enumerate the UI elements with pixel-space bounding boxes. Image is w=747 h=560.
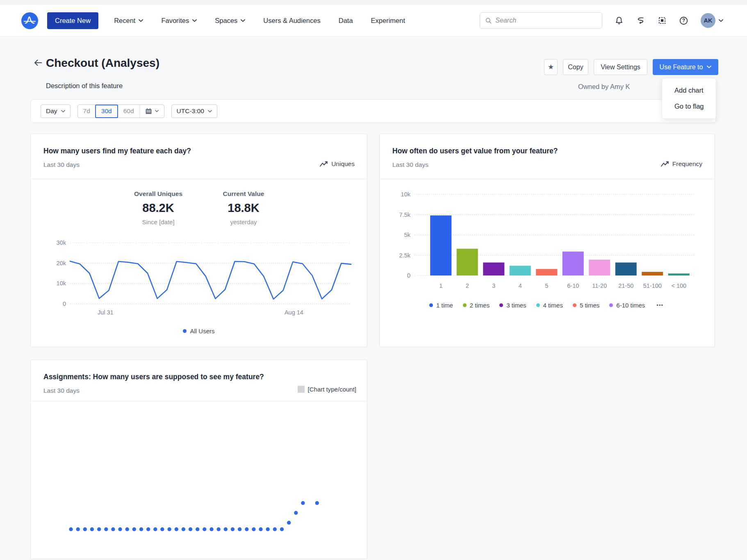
- legend-label: All Users: [190, 328, 214, 335]
- top-nav: Create New Recent Favorites Spaces Users…: [0, 5, 747, 36]
- legend-item[interactable]: 4 times: [536, 302, 563, 309]
- journey-path-icon: [636, 16, 645, 25]
- legend-dot: [429, 303, 433, 307]
- uniques-card: How many users find my feature each day?…: [30, 134, 367, 347]
- legend-item[interactable]: 2 times: [463, 302, 490, 309]
- legend-label: 2 times: [470, 302, 490, 309]
- search-box: [480, 12, 602, 29]
- nav-item-label: Users & Audiences: [263, 17, 320, 25]
- feature-description: Description of this feature: [46, 82, 123, 90]
- favorite-star-button[interactable]: ★: [544, 59, 558, 75]
- legend-label: 4 times: [543, 302, 563, 309]
- create-new-button[interactable]: Create New: [47, 12, 98, 29]
- back-button[interactable]: [33, 59, 43, 68]
- svg-text:Aug 14: Aug 14: [285, 309, 303, 316]
- journeys-button[interactable]: [636, 16, 645, 25]
- svg-text:1: 1: [439, 282, 442, 289]
- granularity-value: Day: [46, 107, 57, 115]
- legend-item[interactable]: 3 times: [499, 302, 526, 309]
- nav-item-label: Spaces: [215, 17, 237, 25]
- select-region-button[interactable]: [658, 16, 667, 25]
- amplitude-logo-icon: [21, 12, 38, 29]
- svg-text:10k: 10k: [401, 191, 411, 198]
- menu-item-add-chart[interactable]: Add chart: [662, 82, 716, 98]
- range-30d-selected[interactable]: 30d: [95, 105, 118, 118]
- svg-text:6-10: 6-10: [567, 282, 579, 289]
- svg-text:10k: 10k: [57, 280, 66, 287]
- chevron-down-icon: [192, 19, 197, 22]
- svg-text:< 100: < 100: [671, 282, 686, 289]
- svg-text:?: ?: [682, 18, 685, 23]
- nav-item-experiment[interactable]: Experiment: [371, 17, 405, 25]
- svg-text:51-100: 51-100: [643, 282, 662, 289]
- chevron-down-icon: [61, 110, 65, 113]
- svg-text:30k: 30k: [57, 239, 66, 246]
- dashed-square-icon: [658, 16, 667, 25]
- legend-dot: [183, 329, 187, 333]
- nav-item-data[interactable]: Data: [339, 17, 353, 25]
- legend-label: 5 times: [580, 302, 599, 309]
- legend-item-all-users[interactable]: All Users: [183, 328, 214, 335]
- filter-bar: Day 7d 30d 60d UTC-3:00: [30, 99, 716, 123]
- granularity-select[interactable]: Day: [41, 105, 71, 118]
- search-input[interactable]: [495, 17, 597, 24]
- range-60d[interactable]: 60d: [118, 105, 139, 118]
- nav-item-users-audiences[interactable]: Users & Audiences: [263, 17, 320, 25]
- nav-item-label: Data: [339, 17, 353, 25]
- legend-overflow-button[interactable]: •••: [655, 302, 665, 308]
- frequency-card: How often do users get value from your f…: [379, 134, 715, 347]
- header-actions: ★ Copy View Settings Use Feature to: [544, 59, 718, 75]
- chevron-down-icon: [241, 19, 245, 22]
- legend-dot: [573, 303, 576, 307]
- help-button[interactable]: ?: [679, 16, 688, 25]
- chevron-down-icon: [707, 66, 711, 68]
- svg-text:5: 5: [545, 282, 548, 289]
- assignments-scatter-chart: [31, 360, 368, 560]
- use-feature-to-label: Use Feature to: [660, 64, 703, 71]
- nav-item-label: Recent: [114, 17, 135, 25]
- legend-item[interactable]: 1 time: [429, 302, 453, 309]
- svg-text:7.5k: 7.5k: [399, 212, 411, 218]
- use-feature-to-button[interactable]: Use Feature to: [653, 59, 718, 75]
- help-icon: ?: [679, 16, 688, 25]
- svg-text:3: 3: [492, 282, 495, 289]
- menu-item-go-to-flag[interactable]: Go to flag: [662, 98, 716, 114]
- chevron-down-icon: [208, 110, 212, 113]
- svg-text:5k: 5k: [404, 232, 411, 238]
- copy-button[interactable]: Copy: [563, 59, 588, 75]
- top-strip: [0, 0, 747, 5]
- amplitude-logo[interactable]: [21, 12, 38, 29]
- nav-item-recent[interactable]: Recent: [114, 17, 143, 25]
- line-chart-legend: All Users: [31, 328, 367, 335]
- svg-text:Jul 31: Jul 31: [98, 309, 114, 316]
- notifications-button[interactable]: [615, 16, 624, 25]
- chevron-down-icon: [719, 19, 723, 22]
- nav-item-favorites[interactable]: Favorites: [161, 17, 197, 25]
- app-window: Create New Recent Favorites Spaces Users…: [0, 0, 747, 560]
- star-icon: ★: [548, 63, 554, 71]
- svg-text:2: 2: [466, 282, 469, 289]
- legend-dot: [536, 303, 540, 307]
- legend-item[interactable]: 6-10 times: [609, 302, 645, 309]
- legend-label: 6-10 times: [616, 302, 645, 309]
- svg-text:0: 0: [407, 272, 410, 279]
- legend-label: 1 time: [436, 302, 453, 309]
- legend-item[interactable]: 5 times: [573, 302, 599, 309]
- view-settings-button[interactable]: View Settings: [594, 59, 647, 75]
- avatar: AK: [701, 13, 715, 28]
- custom-date-range[interactable]: [139, 105, 164, 118]
- svg-text:4: 4: [519, 282, 522, 289]
- nav-item-spaces[interactable]: Spaces: [215, 17, 245, 25]
- timezone-select[interactable]: UTC-3:00: [171, 105, 217, 118]
- legend-label: 3 times: [506, 302, 526, 309]
- svg-text:2.5k: 2.5k: [399, 252, 411, 259]
- assignments-card: Assignments: How many users are supposed…: [30, 360, 367, 559]
- chevron-down-icon: [155, 110, 159, 112]
- account-menu[interactable]: AK: [701, 13, 723, 28]
- legend-dot: [609, 303, 613, 307]
- chevron-down-icon: [139, 19, 143, 22]
- calendar-icon: [145, 108, 152, 115]
- nav-item-label: Favorites: [161, 17, 189, 25]
- range-7d[interactable]: 7d: [78, 105, 96, 118]
- svg-text:21-50: 21-50: [618, 282, 633, 289]
